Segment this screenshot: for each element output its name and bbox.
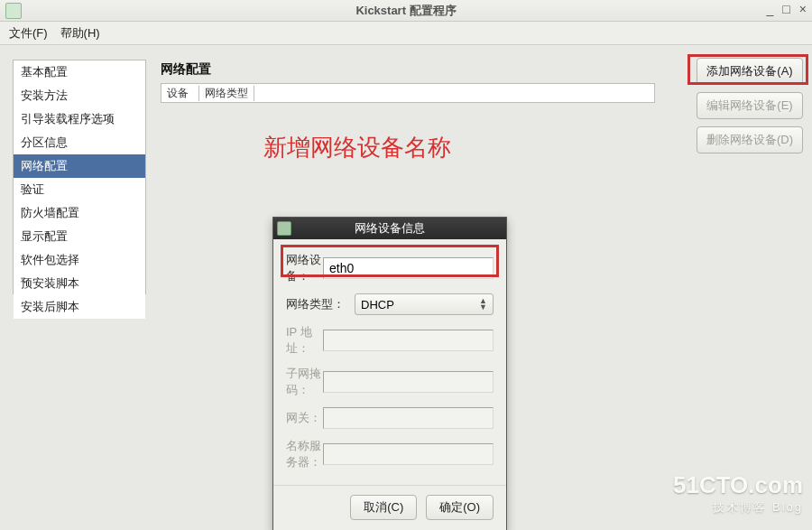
menu-file[interactable]: 文件(F) xyxy=(9,25,48,42)
type-label: 网络类型： xyxy=(286,296,355,312)
network-device-dialog: 网络设备信息 网络设备： 网络类型： DHCP ▲▼ IP 地址： 子网掩码： … xyxy=(272,217,507,530)
cancel-button[interactable]: 取消(C) xyxy=(350,495,417,520)
netmask-input xyxy=(323,371,494,393)
nameserver-input xyxy=(323,443,494,465)
sidebar-item-3[interactable]: 分区信息 xyxy=(14,131,145,154)
sidebar-item-7[interactable]: 显示配置 xyxy=(14,225,145,248)
menu-help[interactable]: 帮助(H) xyxy=(60,25,100,42)
delete-network-device-button: 删除网络设备(D) xyxy=(697,126,803,153)
add-network-device-button[interactable]: 添加网络设备(A) xyxy=(697,58,803,85)
ip-input xyxy=(323,330,494,351)
sidebar-item-1[interactable]: 安装方法 xyxy=(14,84,145,107)
device-input[interactable] xyxy=(323,257,494,279)
chevron-up-down-icon: ▲▼ xyxy=(479,298,487,311)
sidebar-item-4[interactable]: 网络配置 xyxy=(14,154,145,178)
sidebar-item-5[interactable]: 验证 xyxy=(14,178,145,201)
col-type: 网络类型 xyxy=(199,86,254,101)
dialog-titlebar[interactable]: 网络设备信息 xyxy=(273,218,506,239)
annotation-text: 新增网络设备名称 xyxy=(263,132,451,163)
window-titlebar: Kickstart 配置程序 _ □ × xyxy=(0,0,812,22)
window-title: Kickstart 配置程序 xyxy=(355,3,456,19)
minimize-icon[interactable]: _ xyxy=(767,2,774,16)
type-combobox[interactable]: DHCP ▲▼ xyxy=(355,293,494,315)
dialog-title-icon xyxy=(277,221,291,236)
app-icon xyxy=(5,3,22,19)
edit-network-device-button: 编辑网络设备(E) xyxy=(697,92,803,119)
sidebar-item-10[interactable]: 安装后脚本 xyxy=(14,295,145,319)
ip-label: IP 地址： xyxy=(286,324,323,357)
gateway-input xyxy=(323,407,494,429)
sidebar: 基本配置安装方法引导装载程序选项分区信息网络配置验证防火墙配置显示配置软件包选择… xyxy=(0,45,155,530)
maximize-icon[interactable]: □ xyxy=(782,2,789,16)
ok-button[interactable]: 确定(O) xyxy=(426,495,494,520)
netmask-label: 子网掩码： xyxy=(286,366,323,398)
menubar: 文件(F) 帮助(H) xyxy=(0,22,812,45)
sidebar-item-2[interactable]: 引导装载程序选项 xyxy=(14,107,145,131)
sidebar-item-0[interactable]: 基本配置 xyxy=(14,60,145,84)
nameserver-label: 名称服务器： xyxy=(286,438,323,470)
sidebar-item-6[interactable]: 防火墙配置 xyxy=(14,201,145,225)
network-table-header: 设备 网络类型 xyxy=(161,83,655,103)
sidebar-item-9[interactable]: 预安装脚本 xyxy=(14,272,145,295)
col-device: 设备 xyxy=(161,86,199,101)
close-icon[interactable]: × xyxy=(799,2,807,16)
device-label: 网络设备： xyxy=(286,252,323,284)
sidebar-item-8[interactable]: 软件包选择 xyxy=(14,248,145,272)
dialog-title: 网络设备信息 xyxy=(355,220,425,237)
gateway-label: 网关： xyxy=(286,410,323,426)
